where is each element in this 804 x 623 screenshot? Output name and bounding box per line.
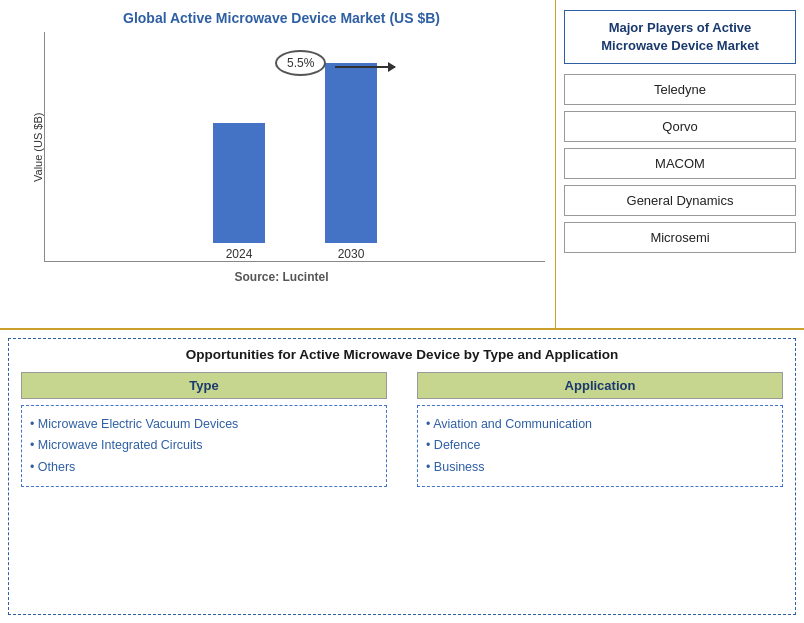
source-text: Source: Lucintel bbox=[18, 270, 545, 284]
player-item-macom: MACOM bbox=[564, 148, 796, 179]
top-section: Global Active Microwave Device Market (U… bbox=[0, 0, 804, 330]
chart-title: Global Active Microwave Device Market (U… bbox=[18, 10, 545, 26]
arrow-line bbox=[335, 66, 395, 68]
opp-title: Opportunities for Active Microwave Devic… bbox=[21, 347, 783, 362]
chart-inner: 5.5% 2024 2030 bbox=[44, 32, 545, 262]
chart-wrapper: Value (US $B) 5.5% 2024 bbox=[28, 32, 545, 262]
bar-group-2024: 2024 bbox=[213, 123, 265, 261]
player-item-teledyne: Teledyne bbox=[564, 74, 796, 105]
bar-group-2030: 2030 bbox=[325, 63, 377, 261]
player-item-qorvo: Qorvo bbox=[564, 111, 796, 142]
opp-col-application: Application • Aviation and Communication… bbox=[417, 372, 783, 487]
bar-label-2030: 2030 bbox=[338, 247, 365, 261]
players-title: Major Players of Active Microwave Device… bbox=[564, 10, 796, 64]
main-container: Global Active Microwave Device Market (U… bbox=[0, 0, 804, 623]
annotation-oval: 5.5% bbox=[275, 50, 326, 76]
bars-container: 5.5% 2024 2030 bbox=[44, 32, 545, 262]
bar-label-2024: 2024 bbox=[226, 247, 253, 261]
chart-area: Global Active Microwave Device Market (U… bbox=[0, 0, 555, 328]
player-item-general-dynamics: General Dynamics bbox=[564, 185, 796, 216]
arrow-annotation: 5.5% bbox=[275, 50, 326, 76]
app-bullet-2: • Defence bbox=[426, 435, 774, 456]
app-bullet-3: • Business bbox=[426, 457, 774, 478]
opp-col-type-body: • Microwave Electric Vacuum Devices • Mi… bbox=[21, 405, 387, 487]
type-bullet-1: • Microwave Electric Vacuum Devices bbox=[30, 414, 378, 435]
opp-col-type: Type • Microwave Electric Vacuum Devices… bbox=[21, 372, 387, 487]
bottom-section: Opportunities for Active Microwave Devic… bbox=[8, 338, 796, 615]
type-bullet-2: • Microwave Integrated Circuits bbox=[30, 435, 378, 456]
type-bullet-3: • Others bbox=[30, 457, 378, 478]
app-bullet-1: • Aviation and Communication bbox=[426, 414, 774, 435]
player-item-microsemi: Microsemi bbox=[564, 222, 796, 253]
opp-col-type-header: Type bbox=[21, 372, 387, 399]
y-axis-label: Value (US $B) bbox=[28, 32, 44, 262]
opp-columns: Type • Microwave Electric Vacuum Devices… bbox=[21, 372, 783, 487]
bar-2030 bbox=[325, 63, 377, 243]
opp-col-application-header: Application bbox=[417, 372, 783, 399]
opp-col-application-body: • Aviation and Communication • Defence •… bbox=[417, 405, 783, 487]
players-area: Major Players of Active Microwave Device… bbox=[555, 0, 804, 328]
bar-2024 bbox=[213, 123, 265, 243]
